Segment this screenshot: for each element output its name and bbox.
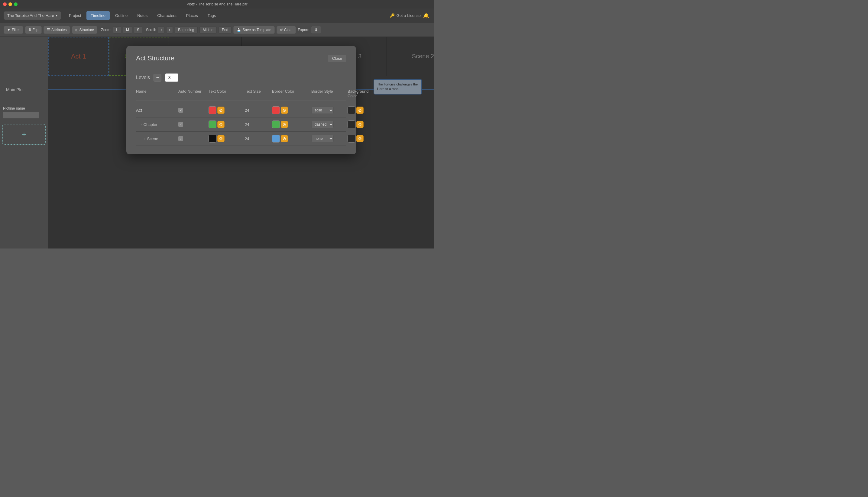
scroll-beginning-button[interactable]: Beginning — [175, 26, 197, 33]
act-text-color-clear[interactable]: ⊘ — [217, 106, 224, 114]
close-button[interactable] — [3, 2, 6, 6]
timeline-area: Main Plot Plotline name + Act 1 Chapter … — [0, 37, 434, 248]
chapter-bg-color-swatch[interactable] — [347, 120, 355, 128]
table-row-act: Act ✓ ⊘ 24 — [136, 103, 346, 117]
scene-auto-number-cell: ✓ — [178, 136, 208, 141]
act-text-color-swatch[interactable] — [208, 106, 216, 114]
structure-button[interactable]: ⊞ Structure — [72, 26, 98, 34]
levels-decrement-button[interactable]: − — [153, 74, 161, 82]
scroll-next-button[interactable]: › — [166, 26, 173, 33]
get-license-button[interactable]: 🔑 Get a License — [390, 13, 421, 18]
scene-border-color-pair: ⊘ — [272, 135, 288, 143]
notifications-icon[interactable]: 🔔 — [422, 12, 430, 20]
scene-border-color-cell: ⊘ — [272, 135, 311, 143]
modal-title: Act Structure — [136, 54, 175, 62]
flip-button[interactable]: ⇅ Flip — [25, 26, 42, 34]
filter-icon: ▼ — [7, 28, 11, 32]
filter-button[interactable]: ▼ Filter — [4, 26, 23, 34]
sidebar-top — [0, 37, 48, 76]
act-text-size: 24 — [245, 108, 249, 113]
chapter-text-size-cell: 24 — [245, 122, 272, 127]
fullscreen-button[interactable] — [14, 2, 17, 6]
chapter-text-color-clear[interactable]: ⊘ — [217, 121, 224, 128]
zoom-label: Zoom: — [101, 28, 111, 32]
plotline-main-label: Main Plot — [3, 87, 45, 92]
scene-border-color-clear[interactable]: ⊘ — [281, 135, 288, 142]
clear-button[interactable]: ↺ Clear — [277, 26, 296, 34]
attributes-button[interactable]: ☰ Attributes — [43, 26, 70, 34]
chapter-border-color-clear[interactable]: ⊘ — [281, 121, 288, 128]
zoom-small[interactable]: S — [134, 26, 142, 33]
act-border-color-clear[interactable]: ⊘ — [281, 106, 288, 114]
act-name: Act — [136, 108, 142, 113]
scroll-middle-button[interactable]: Middle — [199, 26, 217, 33]
chapter-name: → Chapter — [136, 122, 157, 127]
nav-tags[interactable]: Tags — [203, 11, 220, 20]
col-border-style: Border Style — [311, 89, 347, 98]
toolbar: ▼ Filter ⇅ Flip ☰ Attributes ⊞ Structure… — [0, 23, 434, 37]
chapter-border-color-pair: ⊘ — [272, 120, 288, 128]
scene-name: → Scene — [136, 137, 158, 141]
add-plotline-button[interactable]: + — [2, 124, 46, 145]
nav-characters[interactable]: Characters — [153, 11, 181, 20]
act-text-color-pair: ⊘ — [208, 106, 224, 114]
scene-text-size-cell: 24 — [245, 137, 272, 141]
chapter-border-color-swatch[interactable] — [272, 120, 280, 128]
act-border-color-swatch[interactable] — [272, 106, 280, 114]
scene-text-color-clear[interactable]: ⊘ — [217, 135, 224, 142]
scene-bg-color-cell: ⊘ — [347, 135, 363, 143]
timeline-content: Act 1 Chapter 1 Scene 1 Scene 1 Scene 3 … — [49, 37, 434, 248]
zoom-medium[interactable]: M — [123, 26, 132, 33]
minimize-button[interactable] — [9, 2, 12, 6]
levels-input[interactable] — [165, 73, 178, 82]
col-name: Name — [136, 89, 178, 98]
act-bg-color-swatch[interactable] — [347, 106, 355, 114]
modal-header: Act Structure Close — [136, 54, 346, 67]
act-border-style-select[interactable]: solid dashed none dotted — [311, 106, 334, 114]
nav-project[interactable]: Project — [65, 11, 85, 20]
scene-bg-color-clear[interactable]: ⊘ — [356, 135, 363, 142]
modal-overlay: Act Structure Close Levels − Name Auto N… — [49, 37, 434, 248]
menubar: The Tortoise And The Hare Project Timeli… — [0, 9, 434, 23]
scroll-end-button[interactable]: End — [219, 26, 232, 33]
nav-timeline[interactable]: Timeline — [86, 11, 110, 20]
structure-icon: ⊞ — [75, 28, 78, 32]
act-text-color-cell: ⊘ — [208, 106, 245, 114]
table-row-scene: → Scene ✓ ⊘ 24 — [136, 132, 346, 146]
scene-auto-number-checkbox[interactable]: ✓ — [178, 136, 183, 141]
col-auto-number: Auto Number — [178, 89, 208, 98]
scene-border-color-swatch[interactable] — [272, 135, 280, 143]
scene-text-color-pair: ⊘ — [208, 135, 224, 143]
structure-table: Name Auto Number Text Color Text Size Bo… — [136, 89, 346, 146]
zoom-large[interactable]: L — [113, 26, 121, 33]
titlebar: Plottr - The Tortoise And The Hare.pltr — [0, 0, 434, 9]
chapter-text-size: 24 — [245, 122, 249, 127]
nav-notes[interactable]: Notes — [133, 11, 152, 20]
scene-text-color-cell: ⊘ — [208, 135, 245, 143]
scroll-prev-button[interactable]: ‹ — [158, 26, 164, 33]
export-button[interactable]: ⬇ — [311, 26, 321, 34]
app-title-dropdown[interactable]: The Tortoise And The Hare — [4, 12, 61, 19]
chapter-text-color-cell: ⊘ — [208, 120, 245, 128]
scene-text-color-swatch[interactable] — [208, 135, 216, 143]
chapter-border-style-select[interactable]: solid dashed none dotted — [311, 121, 334, 128]
act-bg-color-clear[interactable]: ⊘ — [356, 106, 363, 114]
close-modal-button[interactable]: Close — [328, 55, 346, 62]
col-text-size: Text Size — [245, 89, 272, 98]
chapter-bg-color-clear[interactable]: ⊘ — [356, 121, 363, 128]
scroll-label: Scroll: — [146, 28, 156, 32]
chapter-text-color-swatch[interactable] — [208, 120, 216, 128]
table-header: Name Auto Number Text Color Text Size Bo… — [136, 89, 346, 101]
scene-border-style-select[interactable]: solid dashed none dotted — [311, 135, 334, 142]
nav-outline[interactable]: Outline — [111, 11, 132, 20]
chapter-border-style-cell: solid dashed none dotted — [311, 121, 347, 128]
export-label: Export: — [298, 28, 309, 32]
act-auto-number-checkbox[interactable]: ✓ — [178, 108, 183, 113]
scene-bg-color-swatch[interactable] — [347, 135, 355, 143]
save-template-button[interactable]: 💾 Save as Template — [233, 26, 274, 34]
chapter-auto-number-checkbox[interactable]: ✓ — [178, 122, 183, 127]
nav-places[interactable]: Places — [182, 11, 202, 20]
col-bg-color: Background Color — [347, 89, 369, 98]
plotline-name-input[interactable] — [3, 112, 39, 118]
act-name-cell: Act — [136, 108, 178, 113]
